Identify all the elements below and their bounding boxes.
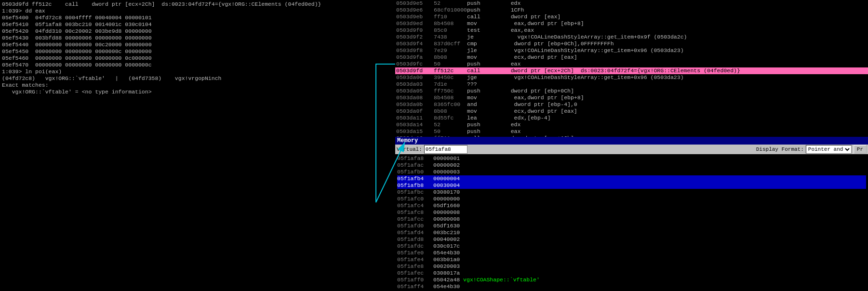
disasm-bytes: 8b08: [434, 108, 467, 115]
disasm-row[interactable]: 0503da05 ff750c push dword ptr [ebp+0Ch]: [395, 88, 868, 94]
disasm-addr: 0503d9fd: [396, 67, 434, 74]
disasm-bytes: 8b4508: [434, 94, 467, 101]
disasm-row[interactable]: 0503d9fc 50 push eax: [395, 61, 868, 67]
memory-addr: 05f1afc8: [397, 209, 433, 216]
virtual-label: Virtual:: [397, 146, 422, 153]
disasm-operands: dword ptr [ebp+0Ch]: [501, 88, 867, 94]
memory-row: 05f1afbc 03080170: [397, 189, 866, 196]
memory-addr: 05f1afc0: [397, 196, 433, 202]
memory-val: 0308017a: [433, 270, 460, 277]
disasm-operands: edx,[ebp-4]: [501, 115, 867, 121]
disasm-row[interactable]: 0503d9f2 7438 je vgx!COALineDashStyleArr…: [395, 34, 868, 40]
disasm-row[interactable]: 0503d9ed 8b4508 mov eax,dword ptr [ebp+8…: [395, 20, 868, 27]
disasm-bytes: 8d55fc: [434, 115, 467, 121]
disasm-operands: edx: [501, 0, 867, 7]
disasm-operands: eax,eax: [501, 27, 867, 34]
left-panel-line: 1:039> ln poi(eax): [2, 68, 393, 75]
disasm-row[interactable]: 0503d9f0 85c0 test eax,eax: [395, 27, 868, 34]
left-panel-line: 05ef5450 00000000 00000000 0000000c 0000…: [2, 48, 393, 55]
disasm-bytes: 50: [434, 128, 467, 135]
disasm-addr: 0503da14: [396, 121, 434, 128]
virtual-input[interactable]: [424, 145, 467, 154]
memory-header: Memory: [395, 137, 868, 145]
memory-row: 05f1afdc 030c017c: [397, 243, 866, 250]
disasm-mnem: mov: [467, 20, 501, 27]
memory-row: 05f1afb8 00030004: [397, 182, 866, 189]
disasm-row[interactable]: 0503da0b 8365fc00 and dword ptr [ebp-4],…: [395, 101, 868, 108]
memory-row: 05f1afa8 00000001: [397, 155, 866, 162]
memory-row: 05f1afd4 003bc210: [397, 229, 866, 236]
display-format-select[interactable]: Pointer and: [806, 145, 852, 154]
memory-val: 05df1630: [433, 223, 460, 229]
disasm-bytes: 8b08: [434, 54, 467, 61]
disasm-row[interactable]: 0503d9eb ff10 call dword ptr [eax]: [395, 13, 868, 20]
disasm-mnem: mov: [467, 108, 501, 115]
disasm-addr: 0503d9eb: [396, 13, 434, 20]
memory-row: 05f1afb4 00000004: [397, 175, 866, 182]
left-panel-line: 05ef5420 04fdd310 00c20002 003be9d8 0000…: [2, 28, 393, 35]
disasm-row[interactable]: 0503da00 39450c jge vgx!COALineDashStyle…: [395, 74, 868, 81]
left-panel-line: 05ef5470 00000000 00000000 00000000 0000…: [2, 62, 393, 68]
disasm-operands: vgx!COALineDashStyleArray::get_item+0x96…: [501, 74, 867, 81]
memory-val: 00000002: [433, 162, 460, 169]
disasm-row[interactable]: 0503da0f 8b08 mov ecx,dword ptr [eax]: [395, 108, 868, 115]
disasm-row[interactable]: 0503da03 7d1e ???: [395, 81, 868, 88]
disasm-row[interactable]: 0503da15 50 push eax: [395, 128, 868, 135]
memory-val: 003bc210: [433, 229, 460, 236]
pr-button[interactable]: Pr: [854, 145, 867, 154]
disasm-row[interactable]: 0503da11 8d55fc lea edx,[ebp-4]: [395, 115, 868, 121]
disasm-operands: eax: [501, 61, 867, 67]
memory-addr: 05f1afa8: [397, 155, 433, 162]
memory-addr: 05f1afd8: [397, 236, 433, 243]
disasm-addr: 0503d9f8: [396, 47, 434, 54]
disasm-row[interactable]: 0503d9fa 8b08 mov ecx,dword ptr [eax]: [395, 54, 868, 61]
memory-panel: Memory Virtual: Display Format: Pointer …: [395, 137, 868, 291]
disasm-bytes: 68cf010000: [434, 7, 467, 13]
disasm-operands: dword ptr [eax]: [501, 13, 867, 20]
disasm-operands: [501, 81, 867, 88]
disasm-addr: 0503da0f: [396, 108, 434, 115]
disasm-mnem: and: [467, 101, 501, 108]
disasm-row[interactable]: 0503da08 8b4508 mov eax,dword ptr [ebp+8…: [395, 94, 868, 101]
left-panel-line: 0503d9fd ff512c call dword ptr [ecx+2Ch]…: [2, 1, 393, 8]
disasm-bytes: 39450c: [434, 74, 467, 81]
disasm-row[interactable]: 0503d9fd ff512c call dword ptr [ecx+2Ch]…: [395, 67, 868, 74]
disasm-row[interactable]: 0503d9e6 68cf010000push 1CFh: [395, 7, 868, 13]
disasm-mnem: call: [467, 13, 501, 20]
disasm-operands: eax,dword ptr [ebp+8]: [501, 94, 867, 101]
memory-addr: 05f1aff0: [397, 277, 433, 283]
memory-row: 05f1afcc 00000008: [397, 216, 866, 223]
disasm-row[interactable]: 0503da14 52 push edx: [395, 121, 868, 128]
disasm-addr: 0503d9e6: [396, 7, 434, 13]
memory-row: 05f1afc8 00000008: [397, 209, 866, 216]
memory-addr: 05f1aff4: [397, 283, 433, 290]
disasm-mnem: push: [467, 61, 501, 67]
memory-addr: 05f1afec: [397, 270, 433, 277]
memory-row: 05f1afc0 00000000: [397, 196, 866, 202]
disasm-row[interactable]: 0503d9e5 52 push edx: [395, 0, 868, 7]
disasm-row[interactable]: 0503d9f8 7e29 jle vgx!COALineDashStyleAr…: [395, 47, 868, 54]
disasm-operands: dword ptr [ebp+0Ch],0FFFFFFFFh: [501, 40, 867, 47]
disasm-bytes: 85c0: [434, 27, 467, 34]
left-panel-line: 05ef5430 003bfd88 00000006 00000000 0000…: [2, 35, 393, 41]
disasm-addr: 0503d9fa: [396, 54, 434, 61]
memory-row: 05f1afe4 003b01a0: [397, 256, 866, 263]
disasm-mnem: ???: [467, 81, 501, 88]
memory-row: 05f1aff4 054e4b30: [397, 283, 866, 290]
memory-addr: 05f1afe8: [397, 263, 433, 270]
memory-val: 00020003: [433, 263, 460, 270]
right-panel: 0503d9e5 52 push edx0503d9e6 68cf010000p…: [395, 0, 868, 291]
disasm-addr: 0503d9f4: [396, 40, 434, 47]
memory-addr: 05f1afcc: [397, 216, 433, 223]
memory-addr: 05f1afb4: [397, 175, 433, 182]
left-panel-line: 05ef5460 00000000 00000000 00000000 0c00…: [2, 55, 393, 62]
disasm-addr: 0503da05: [396, 88, 434, 94]
memory-row: 05f1afe8 00020003: [397, 263, 866, 270]
memory-content: 05f1afa8 0000000105f1afac 0000000205f1af…: [395, 154, 868, 291]
disasm-addr: 0503da11: [396, 115, 434, 121]
disasm-bytes: 8365fc00: [434, 101, 467, 108]
disasm-mnem: jle: [467, 47, 501, 54]
disasm-row[interactable]: 0503d9f4 837d0cff cmp dword ptr [ebp+0Ch…: [395, 40, 868, 47]
memory-row: 05f1afe0 054e4b30: [397, 250, 866, 256]
disasm-mnem: cmp: [467, 40, 501, 47]
